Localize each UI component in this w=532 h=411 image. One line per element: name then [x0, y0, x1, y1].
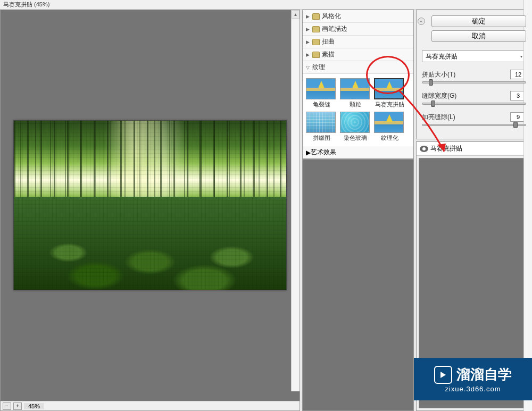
category-artistic[interactable]: ▶ 艺术效果 [303, 146, 413, 159]
main-container: ▲ − + 45% ▶ 风格化 ▶ 画笔描边 ▶ 扭曲 [0, 10, 532, 411]
cancel-button[interactable]: 取消 [431, 30, 526, 42]
slider-track[interactable] [422, 103, 526, 105]
folder-icon [312, 13, 320, 20]
expand-arrow-icon: ▶ [306, 39, 312, 45]
thumbnail-label: 马赛克拼贴 [374, 100, 405, 108]
thumbnail-label: 龟裂缝 [306, 100, 337, 108]
zoom-value: 45% [24, 403, 44, 409]
thumbnail-image [374, 78, 404, 99]
filter-lower-area [303, 159, 413, 410]
zoom-in-button[interactable]: + [13, 402, 22, 410]
category-distort[interactable]: ▶ 扭曲 [303, 36, 413, 48]
category-label: 纹理 [312, 63, 325, 72]
watermark: 溜溜自学 zixue.3d66.com [414, 358, 532, 400]
filter-categories: ▶ 风格化 ▶ 画笔描边 ▶ 扭曲 ▶ 素描 ▽ 纹理 [303, 10, 413, 74]
collapse-arrow-icon: ▽ [306, 65, 312, 70]
expand-arrow-icon: ▶ [306, 14, 312, 19]
collapse-chevron-icon[interactable]: « [418, 18, 425, 25]
layer-label: 马赛克拼贴 [430, 144, 462, 153]
slider-label: 拼贴大小(T) [422, 70, 455, 79]
filter-mosaic-tiles[interactable]: 马赛克拼贴 [374, 78, 405, 108]
svg-marker-1 [440, 372, 446, 378]
preview-area[interactable]: ▲ [1, 10, 300, 401]
watermark-url: zixue.3d66.com [445, 385, 501, 393]
category-texture[interactable]: ▽ 纹理 [303, 61, 413, 74]
slider-label: 加亮缝隙(L) [422, 113, 455, 122]
filter-patchwork[interactable]: 拼缀图 [306, 112, 337, 142]
vertical-scrollbar[interactable]: ▲ [291, 10, 300, 391]
category-brush-strokes[interactable]: ▶ 画笔描边 [303, 23, 413, 36]
scroll-up-arrow[interactable]: ▲ [292, 10, 300, 19]
preview-image [13, 120, 287, 290]
filter-thumbnails: 龟裂缝 颗粒 马赛克拼贴 拼缀图 染色玻璃 纹理化 [303, 74, 413, 146]
tile-size-control: 拼贴大小(T) 12 [422, 70, 526, 83]
thumbnail-image [340, 112, 370, 133]
effect-layer-tab[interactable]: 马赛克拼贴 [417, 142, 531, 156]
zoom-bar: − + 45% [1, 401, 300, 410]
vertical-scrollbar[interactable] [523, 0, 532, 411]
dropdown-value: 马赛克拼贴 [426, 52, 458, 61]
thumbnail-label: 纹理化 [374, 134, 405, 142]
slider-thumb[interactable] [513, 122, 518, 128]
slider-track[interactable] [422, 81, 526, 83]
ok-button[interactable]: 确定 [431, 15, 526, 27]
window-title: 马赛克拼贴 (45%) [3, 1, 49, 9]
settings-controls: « 确定 取消 马赛克拼贴 ▾ 拼贴大小(T) 12 [416, 10, 532, 139]
filter-type-dropdown[interactable]: 马赛克拼贴 ▾ [422, 51, 526, 62]
forest-ground-texture [14, 197, 286, 290]
expand-arrow-icon: ▶ [306, 27, 312, 32]
filter-category-panel: ▶ 风格化 ▶ 画笔描边 ▶ 扭曲 ▶ 素描 ▽ 纹理 [302, 10, 414, 411]
thumbnail-label: 拼缀图 [306, 134, 337, 142]
thumbnail-image [306, 78, 336, 99]
category-stylize[interactable]: ▶ 风格化 [303, 10, 413, 23]
expand-arrow-icon: ▶ [306, 52, 312, 57]
lighten-grout-control: 加亮缝隙(L) 9 [422, 112, 526, 126]
folder-icon [312, 26, 320, 32]
thumbnail-image [374, 112, 404, 133]
category-label: 艺术效果 [311, 148, 336, 157]
thumbnail-label: 染色玻璃 [340, 134, 371, 142]
title-bar: 马赛克拼贴 (45%) [0, 0, 532, 10]
forest-trees-texture [14, 121, 286, 205]
thumbnail-image [306, 112, 336, 133]
category-label: 素描 [322, 50, 335, 59]
settings-panel: « 确定 取消 马赛克拼贴 ▾ 拼贴大小(T) 12 [416, 10, 532, 411]
thumbnail-image [340, 78, 370, 99]
slider-thumb[interactable] [431, 100, 435, 107]
category-sketch[interactable]: ▶ 素描 [303, 48, 413, 61]
zoom-out-button[interactable]: − [3, 402, 11, 410]
thumbnail-label: 颗粒 [340, 100, 371, 108]
grout-width-control: 缝隙宽度(G) 3 [422, 91, 526, 105]
preview-panel: ▲ − + 45% [0, 10, 300, 411]
slider-label: 缝隙宽度(G) [422, 91, 456, 100]
category-label: 风格化 [322, 12, 341, 21]
filter-craquelure[interactable]: 龟裂缝 [306, 78, 337, 108]
slider-track[interactable] [422, 124, 526, 126]
folder-icon [312, 52, 320, 58]
play-icon [434, 366, 452, 384]
slider-thumb[interactable] [429, 79, 433, 86]
expand-arrow-icon: ▶ [306, 149, 311, 156]
filter-stained-glass[interactable]: 染色玻璃 [340, 112, 371, 142]
category-label: 画笔描边 [322, 24, 347, 33]
filter-grain[interactable]: 颗粒 [340, 78, 371, 108]
folder-icon [312, 39, 320, 45]
category-label: 扭曲 [322, 37, 335, 46]
watermark-brand: 溜溜自学 [456, 365, 512, 384]
filter-texturizer[interactable]: 纹理化 [374, 112, 405, 142]
chevron-down-icon: ▾ [520, 54, 522, 59]
visibility-eye-icon[interactable] [420, 146, 428, 152]
